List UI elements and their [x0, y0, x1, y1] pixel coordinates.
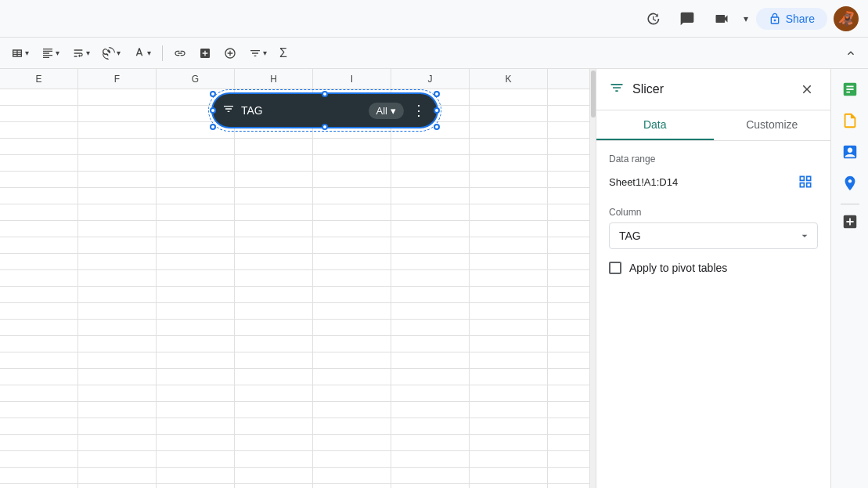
table-row[interactable]	[0, 287, 596, 303]
table-row[interactable]	[0, 336, 596, 352]
history-button[interactable]	[639, 5, 667, 33]
table-row[interactable]	[0, 484, 596, 488]
apply-pivot-row: Apply to pivot tables	[609, 262, 818, 274]
tab-customize[interactable]: Customize	[714, 110, 831, 140]
share-label: Share	[786, 13, 815, 25]
data-range-row: Sheet1!A1:D14	[609, 169, 818, 194]
apply-pivot-label: Apply to pivot tables	[629, 262, 727, 274]
panel-tabs: Data Customize	[596, 110, 830, 141]
merge-button[interactable]: ▾	[6, 44, 34, 63]
resize-handle-tr[interactable]	[434, 91, 440, 97]
comment-button[interactable]	[673, 5, 701, 33]
scrollbar[interactable]	[589, 69, 596, 488]
slicer-panel: Slicer Data Customize Data range Sheet1!…	[596, 69, 830, 488]
resize-handle-ml[interactable]	[210, 107, 216, 114]
sheets-addon-icon[interactable]	[836, 75, 864, 103]
slicer-more-button[interactable]: ⋮	[410, 100, 427, 121]
data-range-label: Data range	[609, 154, 818, 164]
column-select[interactable]: TAG A B C	[609, 222, 818, 249]
grid	[0, 89, 596, 488]
side-divider	[841, 204, 859, 204]
select-range-button[interactable]	[793, 169, 818, 194]
text-color-button[interactable]: ▾	[128, 44, 156, 63]
analytics-addon-icon[interactable]	[836, 138, 864, 166]
avatar[interactable]: 🦧	[834, 6, 859, 31]
table-row[interactable]	[0, 204, 596, 221]
insert-button[interactable]	[194, 44, 216, 63]
panel-title: Slicer	[632, 82, 788, 96]
col-header-g[interactable]: G	[157, 69, 235, 89]
border-button[interactable]	[219, 44, 241, 63]
apply-pivot-checkbox[interactable]	[609, 262, 621, 274]
collapse-toolbar-button[interactable]	[840, 42, 862, 64]
table-row[interactable]	[0, 254, 596, 270]
share-button[interactable]: Share	[756, 8, 827, 30]
filter-button[interactable]: ▾	[244, 44, 272, 63]
table-row[interactable]	[0, 418, 596, 435]
forms-addon-icon[interactable]	[836, 107, 864, 135]
table-row[interactable]	[0, 369, 596, 385]
resize-handle-tl[interactable]	[210, 91, 216, 97]
panel-filter-icon	[609, 80, 625, 99]
sum-button[interactable]: Σ	[275, 43, 292, 63]
col-header-j[interactable]: J	[391, 69, 470, 89]
slicer-all-button[interactable]: All ▾	[369, 103, 404, 119]
slicer-chevron-icon: ▾	[391, 105, 396, 117]
slicer-widget[interactable]: TAG All ▾ ⋮	[211, 92, 438, 128]
video-dropdown[interactable]: ▾	[742, 13, 750, 24]
sum-icon: Σ	[279, 46, 287, 60]
align-button[interactable]: ▾	[37, 44, 64, 63]
col-header-k[interactable]: K	[470, 69, 548, 89]
resize-handle-mr[interactable]	[434, 107, 440, 114]
toolbar-divider-1	[162, 45, 163, 61]
col-header-f[interactable]: F	[78, 69, 157, 89]
table-row[interactable]	[0, 468, 596, 484]
resize-handle-bl[interactable]	[210, 124, 216, 130]
table-row[interactable]	[0, 270, 596, 287]
table-row[interactable]	[0, 188, 596, 204]
table-row[interactable]	[0, 172, 596, 188]
link-button[interactable]	[169, 44, 191, 63]
panel-content: Data range Sheet1!A1:D14 Column TAG A B …	[596, 141, 830, 287]
panel-header: Slicer	[596, 69, 830, 110]
table-row[interactable]	[0, 385, 596, 402]
table-row[interactable]	[0, 451, 596, 468]
col-header-e[interactable]: E	[0, 69, 78, 89]
slicer-label: TAG	[241, 104, 362, 117]
top-bar: ▾ Share 🦧	[0, 0, 868, 38]
column-section: Column TAG A B C	[609, 207, 818, 249]
table-row[interactable]	[0, 402, 596, 418]
toolbar: ▾ ▾ ▾ ▾ ▾ ▾ Σ	[0, 38, 868, 69]
table-row[interactable]	[0, 435, 596, 451]
video-button[interactable]	[708, 5, 736, 33]
column-headers: E F G H I J K	[0, 69, 596, 89]
slicer-all-label: All	[376, 105, 387, 117]
table-row[interactable]	[0, 320, 596, 336]
column-label: Column	[609, 207, 818, 218]
spreadsheet[interactable]: E F G H I J K	[0, 69, 596, 488]
contacts-addon-icon[interactable]	[836, 169, 864, 197]
table-row[interactable]	[0, 155, 596, 172]
resize-handle-br[interactable]	[434, 124, 440, 130]
tab-data[interactable]: Data	[596, 110, 714, 140]
side-icons	[830, 69, 868, 488]
resize-handle-tm[interactable]	[322, 91, 328, 97]
col-header-h[interactable]: H	[235, 69, 313, 89]
slicer-filter-icon	[222, 103, 235, 118]
wrap-button[interactable]: ▾	[67, 44, 95, 63]
table-row[interactable]	[0, 221, 596, 237]
table-row[interactable]	[0, 139, 596, 155]
table-row[interactable]	[0, 237, 596, 254]
resize-handle-bm[interactable]	[322, 124, 328, 130]
table-row[interactable]	[0, 303, 596, 320]
scrollbar-thumb[interactable]	[591, 70, 596, 117]
rotate-button[interactable]: ▾	[98, 44, 125, 63]
main-area: E F G H I J K	[0, 69, 868, 488]
data-range-section: Data range Sheet1!A1:D14	[609, 154, 818, 194]
table-row[interactable]	[0, 352, 596, 369]
col-header-i[interactable]: I	[313, 69, 391, 89]
data-range-value: Sheet1!A1:D14	[609, 173, 787, 191]
add-addon-button[interactable]	[839, 211, 861, 233]
panel-close-button[interactable]	[796, 78, 818, 100]
